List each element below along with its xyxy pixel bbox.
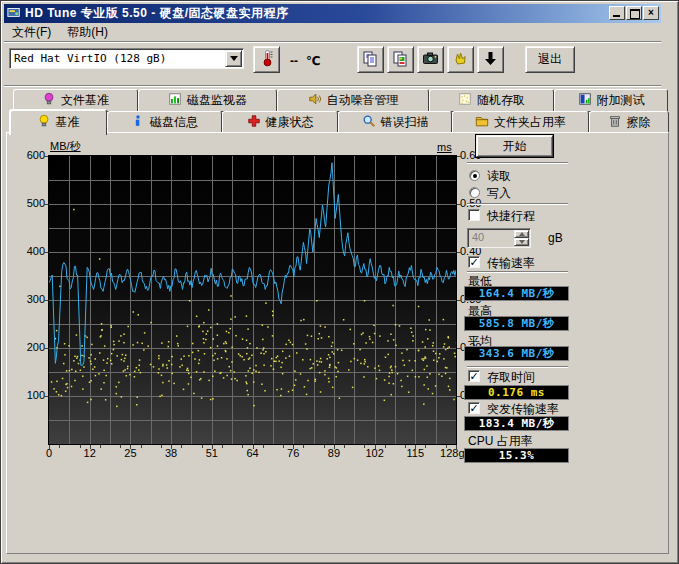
stepper-down-button[interactable] bbox=[514, 238, 529, 246]
read-radio[interactable] bbox=[469, 170, 480, 181]
start-button[interactable]: 开始 bbox=[476, 135, 553, 157]
exit-button[interactable]: 退出 bbox=[525, 46, 575, 73]
hand-icon bbox=[452, 50, 469, 70]
temperature-value: -- bbox=[290, 54, 298, 68]
tab-label: 随机存取 bbox=[477, 92, 525, 109]
copy-image-button[interactable] bbox=[387, 46, 414, 73]
menu-item-help[interactable]: 帮助(H) bbox=[59, 22, 116, 43]
divider bbox=[4, 85, 661, 87]
cpu-usage-value-display: 15.3% bbox=[464, 448, 569, 463]
tick-mark bbox=[242, 445, 243, 448]
tick-mark bbox=[375, 445, 376, 449]
chevron-down-icon bbox=[230, 56, 238, 61]
aam-icon bbox=[308, 92, 322, 109]
chevron-up-icon bbox=[519, 232, 525, 236]
tick-mark bbox=[293, 445, 294, 449]
random-access-icon bbox=[458, 92, 472, 109]
transfer-rate-checkbox[interactable] bbox=[468, 256, 480, 268]
chevron-down-icon bbox=[519, 240, 525, 244]
temperature-button[interactable] bbox=[253, 46, 280, 73]
copy-image-icon bbox=[392, 50, 409, 70]
short-stroke-size-stepper[interactable]: 40 bbox=[467, 228, 531, 248]
tab-擦除[interactable]: 擦除 bbox=[589, 111, 669, 134]
folder-icon bbox=[475, 114, 489, 131]
tab-文件夹占用率[interactable]: 文件夹占用率 bbox=[452, 111, 589, 134]
tab-健康状态[interactable]: 健康状态 bbox=[222, 111, 338, 134]
tick-mark bbox=[44, 156, 48, 157]
menu-bar: 文件(F)帮助(H) bbox=[4, 23, 661, 41]
screenshot-button[interactable] bbox=[417, 46, 444, 73]
tab-附加测试[interactable]: 附加测试 bbox=[554, 89, 668, 112]
close-button[interactable]: × bbox=[643, 6, 659, 20]
tick-mark bbox=[457, 252, 461, 253]
minimum-value-display: 164.4 MB/秒 bbox=[464, 286, 569, 301]
tab-label: 自动噪音管理 bbox=[327, 92, 399, 109]
drive-select-value: Red Hat VirtIO (128 gB) bbox=[10, 52, 225, 65]
drive-select[interactable]: Red Hat VirtIO (128 gB) bbox=[9, 48, 244, 69]
options-button[interactable] bbox=[447, 46, 474, 73]
copy-report-button[interactable] bbox=[357, 46, 384, 73]
burst-rate-value-display: 183.4 MB/秒 bbox=[464, 416, 569, 431]
maximize-button[interactable] bbox=[626, 6, 642, 20]
health-icon bbox=[247, 114, 261, 131]
tab-label: 基准 bbox=[56, 114, 80, 131]
tab-基准[interactable]: 基准 bbox=[9, 109, 107, 135]
tick-mark bbox=[303, 445, 304, 448]
read-radio-label[interactable]: 读取 bbox=[487, 168, 511, 185]
tick-mark bbox=[44, 396, 48, 397]
tick-mark bbox=[263, 445, 264, 448]
write-radio[interactable] bbox=[469, 187, 480, 198]
divider bbox=[4, 41, 661, 43]
tab-label: 健康状态 bbox=[266, 114, 314, 131]
access-time-value-display: 0.176 ms bbox=[464, 385, 569, 400]
tick-mark bbox=[405, 445, 406, 448]
write-radio-label[interactable]: 写入 bbox=[487, 185, 511, 202]
short-stroke-size-value: 40 bbox=[468, 229, 513, 247]
file-benchmark-icon bbox=[42, 92, 56, 109]
tab-磁盘信息[interactable]: 磁盘信息 bbox=[107, 111, 222, 134]
access-time-label[interactable]: 存取时间 bbox=[487, 369, 535, 386]
tick-mark bbox=[212, 445, 213, 449]
y-left-tick-label: 600 bbox=[15, 149, 45, 161]
drive-select-dropdown-button[interactable] bbox=[225, 50, 242, 67]
tab-label: 擦除 bbox=[627, 114, 651, 131]
burst-rate-checkbox[interactable] bbox=[468, 402, 480, 414]
save-results-button[interactable] bbox=[477, 46, 504, 73]
tick-mark bbox=[457, 204, 461, 205]
benchmark-chart bbox=[48, 155, 457, 445]
window-title: HD Tune 专业版 5.50 - 硬盘/固态硬盘实用程序 bbox=[25, 5, 288, 22]
tick-mark bbox=[456, 445, 457, 449]
size-unit-label: gB bbox=[548, 231, 563, 245]
y-left-tick-label: 500 bbox=[15, 197, 45, 209]
divider bbox=[467, 162, 568, 164]
minimize-button[interactable] bbox=[609, 6, 625, 20]
benchmark-icon bbox=[37, 114, 51, 131]
short-stroke-checkbox[interactable] bbox=[468, 209, 480, 221]
tick-mark bbox=[334, 445, 335, 449]
tick-mark bbox=[202, 445, 203, 448]
tab-自动噪音管理[interactable]: 自动噪音管理 bbox=[277, 89, 429, 112]
tab-随机存取[interactable]: 随机存取 bbox=[429, 89, 554, 112]
tab-错误扫描[interactable]: 错误扫描 bbox=[338, 111, 452, 134]
menu-item-file[interactable]: 文件(F) bbox=[4, 22, 59, 43]
tick-mark bbox=[49, 445, 50, 449]
tick-mark bbox=[385, 445, 386, 448]
tab-label: 磁盘监视器 bbox=[187, 92, 247, 109]
y-left-tick-label: 100 bbox=[15, 389, 45, 401]
tab-磁盘监视器[interactable]: 磁盘监视器 bbox=[138, 89, 277, 112]
temperature-unit: ℃ bbox=[306, 54, 321, 68]
stepper-up-button[interactable] bbox=[514, 230, 529, 238]
divider bbox=[467, 366, 568, 368]
tick-mark bbox=[120, 445, 121, 448]
transfer-rate-label[interactable]: 传输速率 bbox=[487, 255, 535, 272]
tick-mark bbox=[100, 445, 101, 448]
disk-monitor-icon bbox=[168, 92, 182, 109]
access-time-checkbox[interactable] bbox=[468, 370, 480, 382]
title-bar[interactable]: HD Tune 专业版 5.50 - 硬盘/固态硬盘实用程序 × bbox=[4, 4, 661, 23]
y-left-tick-label: 400 bbox=[15, 245, 45, 257]
y-left-tick-label: 200 bbox=[15, 341, 45, 353]
short-stroke-label[interactable]: 快捷行程 bbox=[487, 208, 535, 225]
tick-mark bbox=[344, 445, 345, 448]
start-button-label: 开始 bbox=[503, 138, 527, 155]
tab-label: 文件基准 bbox=[61, 92, 109, 109]
